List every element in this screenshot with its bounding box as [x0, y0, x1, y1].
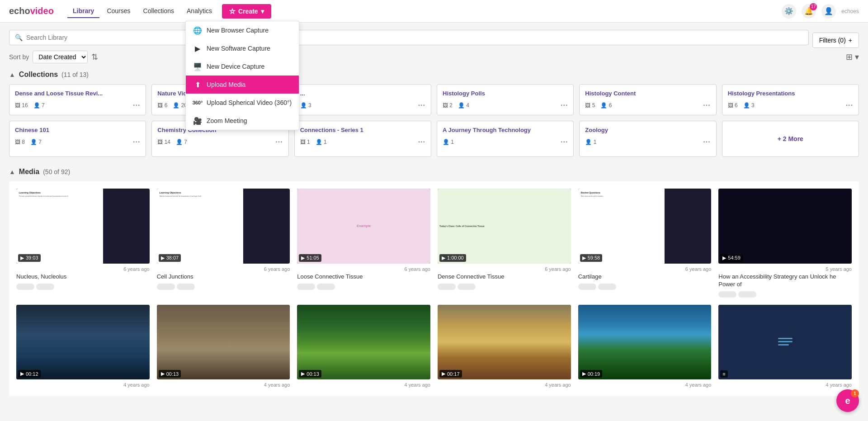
new-browser-capture-item[interactable]: 🌐 New Browser Capture — [186, 21, 299, 39]
media-count: 🖼 8 — [15, 139, 25, 145]
collection-card[interactable]: ... 👤 3 ··· — [294, 84, 431, 115]
collection-more-button[interactable]: ··· — [561, 101, 568, 109]
grid-toggle-button[interactable]: ⊞ ▾ — [846, 52, 859, 62]
user-count: 👤 7 — [176, 139, 187, 145]
notifications-button[interactable]: 🔔 17 — [802, 4, 816, 19]
media-card[interactable]: Learning Objectives For main cytoskeleta… — [16, 189, 150, 298]
sparkle-icon — [229, 8, 236, 14]
media-card[interactable]: ▶ 00:13 4 years ago — [157, 305, 290, 389]
main-content: 🔍 Filters (0) + Sort by Date Created Tit… — [0, 23, 868, 403]
upload-icon: ⬆ — [193, 80, 202, 89]
media-card[interactable]: ▶ ≡ 4 years ago — [718, 305, 852, 389]
collection-more-button[interactable]: ··· — [275, 138, 283, 146]
duration-badge: ▶ 00:12 — [18, 370, 41, 378]
duration-badge: ▶ 00:13 — [299, 370, 321, 378]
upload-media-item[interactable]: ⬆ Upload Media — [186, 76, 299, 94]
media-card[interactable]: ▶ 54:59 5 years ago How an Accessibility… — [718, 189, 852, 298]
text-lines-icon — [776, 335, 794, 349]
play-icon: ▶ — [161, 371, 165, 377]
nav-analytics[interactable]: Analytics — [181, 5, 217, 18]
sort-order-icon[interactable]: ⇅ — [91, 52, 98, 62]
play-icon: ▶ — [301, 371, 305, 377]
media-title: Media — [19, 168, 39, 176]
nav-library[interactable]: Library — [67, 5, 99, 18]
duration-badge: ▶ 59:58 — [580, 254, 603, 262]
collection-more-button[interactable]: ··· — [846, 101, 853, 109]
tag-pill — [578, 284, 596, 290]
logo: echovideo — [9, 6, 54, 16]
media-card[interactable]: ▶ 00:12 4 years ago — [16, 305, 150, 389]
duration-badge: ▶ 51:05 — [299, 254, 321, 262]
media-card[interactable]: Today's Class: Cells of Connective Tissu… — [438, 189, 571, 298]
collection-card[interactable]: Connections - Series 1 🖼 1 👤 1 ··· — [294, 121, 431, 157]
user-count: 👤 7 — [33, 102, 45, 109]
media-thumbnail: Learning Objectives For main cytoskeleta… — [16, 189, 150, 264]
media-card[interactable]: Learning Objectives State the function a… — [157, 189, 290, 298]
nav-collections[interactable]: Collections — [138, 5, 179, 18]
collection-meta: 🖼 14 👤 7 ··· — [157, 138, 283, 146]
search-bar: 🔍 — [9, 30, 809, 45]
nav-courses[interactable]: Courses — [101, 5, 136, 18]
sort-select[interactable]: Date Created Title Duration — [33, 51, 88, 63]
collection-meta: 👤 3 ··· — [300, 101, 425, 109]
collections-grid: Dense and Loose Tissue Revi... 🖼 16 👤 7 … — [9, 84, 859, 157]
media-toggle[interactable]: ▲ — [9, 168, 15, 175]
collection-card[interactable]: Histology Polls 🖼 2 👤 4 ··· — [437, 84, 574, 115]
collection-card[interactable]: Histology Content 🖼 5 👤 6 ··· — [579, 84, 716, 115]
settings-button[interactable]: ⚙️ — [782, 4, 796, 19]
spherical-icon: 360° — [193, 98, 202, 107]
play-icon: ▶ — [442, 371, 445, 377]
filters-button[interactable]: Filters (0) + — [812, 33, 859, 48]
user-count: 👤 1 — [316, 139, 327, 145]
chevron-down-icon: ▾ — [261, 8, 264, 15]
tag-pill — [16, 284, 34, 290]
collection-card[interactable]: Chinese 101 🖼 8 👤 7 ··· — [9, 121, 146, 157]
media-card[interactable]: Example ▶ 51:05 6 years ago Loose Connec… — [297, 189, 430, 298]
media-tags — [16, 284, 150, 290]
collection-more-button[interactable]: ··· — [418, 138, 425, 146]
collection-more-button[interactable]: ··· — [133, 138, 140, 146]
collection-card[interactable]: Zoology 👤 1 ··· — [579, 121, 716, 157]
collections-toggle[interactable]: ▲ — [9, 71, 15, 78]
new-software-capture-item[interactable]: ▶ New Software Capture — [186, 39, 299, 57]
collections-section-header: ▲ Collections (11 of 13) — [9, 71, 859, 79]
collection-title: Connections - Series 1 — [300, 127, 425, 133]
more-collections-card[interactable]: + 2 More — [722, 121, 859, 157]
media-age: 6 years ago — [578, 266, 712, 272]
echoes-label: echoes — [841, 8, 859, 14]
collection-more-button[interactable]: ··· — [418, 101, 425, 109]
duration-badge: ▶ 54:59 — [720, 254, 743, 262]
collection-title: Histology Presentations — [728, 90, 853, 97]
caption-badge: ≡ — [720, 370, 727, 378]
media-title: Nucleus, Nucleolus — [16, 273, 150, 281]
zoom-meeting-item[interactable]: 🎥 Zoom Meeting — [186, 112, 299, 130]
collection-card[interactable]: A Journey Through Technology 👤 1 ··· — [437, 121, 574, 157]
media-card[interactable]: ▶ 00:13 4 years ago — [297, 305, 430, 389]
new-device-capture-item[interactable]: 🖥️ New Device Capture — [186, 57, 299, 76]
collection-card[interactable]: Histology Presentations 🖼 6 👤 3 ··· — [722, 84, 859, 115]
media-thumbnail: ▶ 00:13 — [157, 305, 290, 380]
collection-card[interactable]: Dense and Loose Tissue Revi... 🖼 16 👤 7 … — [9, 84, 146, 115]
duration-badge: ▶ 00:13 — [159, 370, 181, 378]
main-nav: Library Courses Collections Analytics — [67, 5, 217, 18]
collection-more-button[interactable]: ··· — [561, 138, 568, 146]
upload-spherical-item[interactable]: 360° Upload Spherical Video (360°) — [186, 94, 299, 112]
media-title: Cartilage — [578, 273, 712, 281]
media-grid: Learning Objectives For main cytoskeleta… — [9, 181, 859, 396]
collection-meta: 👤 1 ··· — [443, 138, 568, 146]
media-tags — [438, 284, 571, 290]
search-container: 🔍 — [9, 30, 809, 51]
collection-more-button[interactable]: ··· — [703, 138, 710, 146]
tag-pill — [157, 284, 175, 290]
user-count: 👤 3 — [743, 102, 755, 109]
collection-more-button[interactable]: ··· — [703, 101, 710, 109]
media-card[interactable]: ▶ 00:17 4 years ago — [438, 305, 571, 389]
collection-more-button[interactable]: ··· — [133, 101, 140, 109]
create-button[interactable]: Create ▾ — [222, 4, 271, 19]
media-count: 🖼 6 — [728, 102, 738, 109]
media-card[interactable]: Review Questions Silver stains can be us… — [578, 189, 712, 298]
collection-title: Histology Polls — [443, 90, 568, 97]
user-profile-button[interactable]: 👤 — [821, 4, 836, 19]
media-card[interactable]: ▶ 00:19 4 years ago — [578, 305, 712, 389]
search-input[interactable] — [26, 34, 803, 41]
